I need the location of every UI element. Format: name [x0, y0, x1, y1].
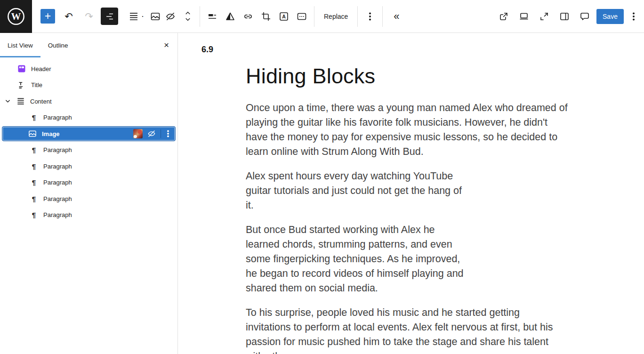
toolbar-separator	[382, 6, 383, 27]
topbar-right-group: Save	[495, 0, 640, 33]
listview-row-header[interactable]: Header	[2, 61, 176, 76]
kebab-menu-icon	[369, 16, 371, 17]
redo-icon: ↷	[85, 11, 93, 21]
block-tree: Header Title	[0, 57, 177, 223]
document: Hiding Blocks Once upon a time, there wa…	[246, 64, 578, 354]
align-icon	[207, 11, 218, 22]
listview-row-image[interactable]: Image	[2, 126, 176, 141]
wordpress-logo-icon: W	[7, 7, 25, 26]
svg-text:W: W	[11, 11, 21, 22]
block-inserter-button[interactable]: +	[40, 9, 55, 24]
wordpress-logo-button[interactable]: W	[0, 0, 32, 33]
chevron-down-icon[interactable]	[3, 99, 12, 103]
undo-button[interactable]: ↶	[62, 8, 75, 25]
block-mover[interactable]	[182, 8, 194, 25]
crop-button[interactable]	[259, 8, 273, 25]
close-icon: ×	[164, 40, 169, 50]
save-button[interactable]: Save	[596, 9, 624, 24]
move-up-icon	[184, 10, 192, 16]
editor-window: W + ↶ ↷ ·	[0, 0, 644, 354]
block-label: Paragraph	[43, 163, 72, 170]
paragraph-block-icon: ¶	[28, 112, 40, 123]
view-site-button[interactable]	[495, 8, 512, 25]
listview-row-paragraph[interactable]: ¶ Paragraph	[2, 143, 176, 158]
image-row-controls	[133, 128, 175, 139]
sidebar-tabs: List View Outline ×	[0, 33, 177, 57]
block-label: Paragraph	[43, 195, 72, 202]
header-template-part-icon	[16, 63, 27, 74]
post-title[interactable]: Hiding Blocks	[246, 64, 578, 88]
paragraph-block[interactable]: Alex spent hours every day watching YouT…	[246, 169, 578, 213]
link-icon	[242, 11, 254, 22]
collapse-toolbar-button[interactable]: «	[388, 8, 404, 25]
undo-icon: ↶	[64, 11, 73, 21]
text-overlay-icon: A	[278, 11, 290, 22]
block-label: Header	[31, 65, 51, 72]
image-block-indicator-button[interactable]	[149, 8, 162, 25]
listview-row-content[interactable]: Content	[2, 94, 176, 109]
row-options-button[interactable]	[165, 133, 171, 135]
block-label: Image	[42, 130, 60, 137]
list-view-sidebar: List View Outline × Header	[0, 33, 178, 354]
image-block-icon	[27, 128, 38, 139]
paragraph-block-icon: ¶	[28, 145, 40, 156]
preview-device-button[interactable]	[515, 8, 532, 25]
editor-options-button[interactable]	[627, 8, 640, 25]
text-over-image-button[interactable]: A	[277, 8, 290, 25]
hidden-block-icon[interactable]	[146, 128, 157, 139]
content-block-icon	[128, 11, 139, 22]
editor-canvas[interactable]: 6.9 Hiding Blocks Once upon a time, ther…	[178, 33, 644, 354]
toolbar-separator	[357, 6, 358, 27]
title-block-icon	[16, 80, 27, 91]
comments-button[interactable]	[576, 8, 593, 25]
editor-topbar: W + ↶ ↷ ·	[0, 0, 644, 33]
row-separator	[161, 129, 161, 138]
replace-button[interactable]: Replace	[320, 10, 352, 23]
link-button[interactable]	[242, 8, 255, 25]
duotone-icon	[225, 11, 236, 22]
tab-outline[interactable]: Outline	[40, 33, 76, 57]
list-view-icon	[104, 11, 115, 22]
fullscreen-button[interactable]	[536, 8, 553, 25]
paragraph-block[interactable]: To his surprise, people loved his music …	[246, 306, 578, 354]
comment-bubble-icon	[579, 11, 590, 22]
tab-list-view[interactable]: List View	[0, 33, 40, 57]
svg-text:A: A	[282, 13, 286, 19]
kebab-menu-icon	[167, 133, 169, 135]
listview-row-paragraph[interactable]: ¶ Paragraph	[2, 208, 176, 223]
redo-button[interactable]: ↷	[82, 8, 96, 25]
block-label: Title	[31, 81, 42, 88]
double-chevron-left-icon: «	[394, 11, 399, 22]
image-thumbnail	[133, 129, 143, 138]
hidden-block-toggle-button[interactable]	[164, 8, 177, 25]
parent-block-content-button[interactable]	[127, 8, 140, 25]
paragraph-block[interactable]: Once upon a time, there was a young man …	[246, 101, 578, 159]
listview-row-paragraph[interactable]: ¶ Paragraph	[2, 159, 176, 174]
duotone-filter-button[interactable]	[224, 8, 237, 25]
caption-button[interactable]	[295, 8, 308, 25]
list-view-toggle-button[interactable]	[101, 8, 118, 25]
paragraph-block-icon: ¶	[28, 209, 40, 221]
external-link-icon	[498, 11, 509, 22]
caption-icon	[296, 11, 307, 22]
block-label: Paragraph	[43, 211, 72, 218]
block-label: Paragraph	[43, 179, 72, 186]
listview-row-paragraph[interactable]: ¶ Paragraph	[2, 191, 176, 206]
listview-row-paragraph[interactable]: ¶ Paragraph	[2, 110, 176, 125]
block-label: Content	[30, 98, 52, 105]
move-down-icon	[184, 17, 192, 22]
listview-row-paragraph[interactable]: ¶ Paragraph	[2, 175, 176, 190]
paragraph-block[interactable]: But once Bud started working with Alex h…	[246, 223, 578, 296]
listview-row-title[interactable]: Title	[2, 78, 176, 93]
block-label: Paragraph	[43, 146, 72, 153]
settings-sidebar-button[interactable]	[556, 8, 573, 25]
close-sidebar-button[interactable]: ×	[161, 33, 172, 57]
breadcrumb-dot-icon: ·	[140, 11, 145, 21]
lesson-number: 6.9	[201, 45, 213, 55]
crop-icon	[260, 11, 272, 22]
expand-icon	[539, 11, 550, 22]
image-block-icon	[150, 11, 161, 22]
align-button[interactable]	[206, 8, 219, 25]
block-options-button[interactable]	[363, 8, 377, 25]
sidebar-panel-icon	[559, 11, 570, 22]
